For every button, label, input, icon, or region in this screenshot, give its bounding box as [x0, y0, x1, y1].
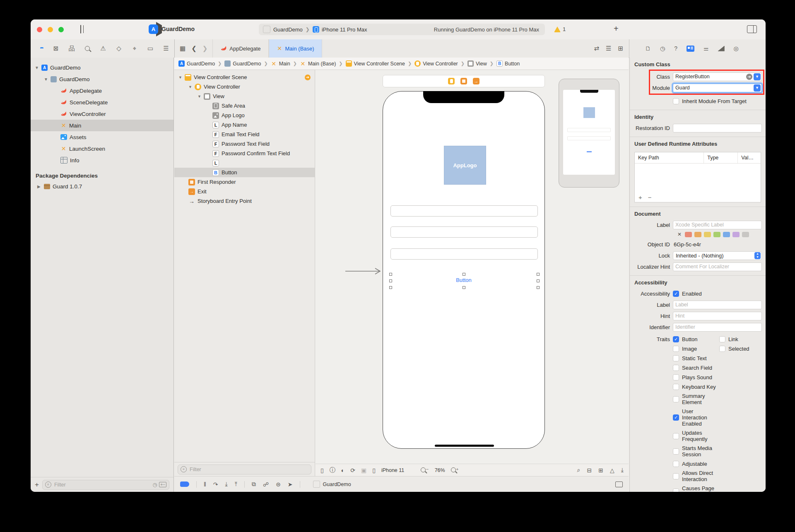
- module-field[interactable]: ▼: [673, 84, 762, 92]
- outline-app-logo[interactable]: App Logo: [174, 111, 315, 120]
- outline-exit[interactable]: Exit: [174, 187, 315, 196]
- runtime-attributes-table[interactable]: Key Path Type Val… + −: [634, 152, 761, 202]
- zoom-out-icon[interactable]: ⁻: [421, 467, 429, 474]
- storyboard-canvas[interactable]: AppLogo Button: [316, 70, 629, 464]
- report-navigator-icon[interactable]: ☰: [162, 45, 170, 52]
- ax-label-input[interactable]: [673, 302, 761, 308]
- trait-search-field-checkbox[interactable]: [673, 365, 679, 371]
- step-into-icon[interactable]: ⤓: [225, 481, 228, 488]
- document-label-input[interactable]: [673, 222, 761, 228]
- outline-empty-label[interactable]: L: [174, 158, 315, 168]
- password-confirm-text-field[interactable]: [390, 248, 538, 260]
- outline-entry-point[interactable]: →Storyboard Entry Point: [174, 196, 315, 206]
- remove-attribute-button[interactable]: −: [648, 194, 652, 201]
- trait-adjustable-checkbox[interactable]: [673, 461, 679, 467]
- nav-item-main[interactable]: ✕Main: [31, 120, 173, 131]
- selection-handle[interactable]: [463, 286, 465, 289]
- lock-stepper-icon[interactable]: ▲▼: [754, 252, 761, 259]
- outline-view-controller[interactable]: ▼View Controller: [174, 82, 315, 91]
- selection-handle[interactable]: [389, 286, 392, 289]
- breadcrumb-scene[interactable]: View Controller Scene: [346, 60, 405, 67]
- debug-navigator-icon[interactable]: ⌖: [131, 45, 138, 52]
- related-items-icon[interactable]: ▦: [180, 45, 186, 52]
- breadcrumb-storyboard[interactable]: ✕Main: [271, 60, 290, 67]
- breadcrumb-project[interactable]: AGuardDemo: [178, 60, 215, 67]
- breakpoint-navigator-icon[interactable]: ▭: [147, 45, 154, 52]
- add-editor-icon[interactable]: ⊞: [618, 45, 623, 52]
- recent-files-icon[interactable]: ◷: [152, 481, 157, 488]
- clear-color-button[interactable]: ✕: [677, 231, 682, 237]
- device-icon[interactable]: ▯: [372, 467, 376, 474]
- size-inspector-icon[interactable]: [718, 46, 725, 51]
- nav-item-appdelegate[interactable]: AppDelegate: [31, 85, 173, 96]
- selection-handle[interactable]: [463, 273, 465, 276]
- environment-overrides-icon[interactable]: ⊜: [276, 481, 281, 488]
- debug-process-selector[interactable]: GuardDemo: [313, 481, 351, 488]
- trait-starts-media-checkbox[interactable]: [673, 448, 679, 455]
- module-dropdown-icon[interactable]: ▼: [754, 84, 761, 91]
- toggle-outline-icon[interactable]: ▯: [320, 467, 324, 474]
- orientation-icon[interactable]: ⟳: [350, 467, 355, 474]
- toggle-navigator-icon[interactable]: [76, 24, 86, 34]
- trait-plays-sound-checkbox[interactable]: [673, 374, 679, 380]
- outline-filter-field[interactable]: ≡: [178, 465, 311, 474]
- zoom-in-icon[interactable]: ⁺: [451, 467, 459, 474]
- localizer-hint-field[interactable]: [673, 262, 762, 271]
- nav-item-assets[interactable]: Assets: [31, 131, 173, 143]
- localizer-hint-input[interactable]: [673, 264, 761, 270]
- nav-item-info[interactable]: Info: [31, 154, 173, 166]
- color-swatch-yellow[interactable]: [704, 232, 711, 237]
- attributes-inspector-icon[interactable]: ⚌: [703, 45, 709, 52]
- selected-button[interactable]: Button: [383, 277, 544, 283]
- selection-handle[interactable]: [537, 286, 540, 289]
- trait-button-checkbox[interactable]: [673, 336, 679, 342]
- class-field[interactable]: ➔ ▼: [673, 72, 762, 81]
- outline-button[interactable]: BButton: [174, 168, 315, 177]
- jump-to-class-icon[interactable]: ➔: [746, 74, 752, 80]
- selection-handle[interactable]: [537, 273, 540, 276]
- file-inspector-icon[interactable]: 🗋: [645, 45, 651, 52]
- close-window-button[interactable]: [37, 27, 42, 32]
- step-out-icon[interactable]: ⤒: [235, 481, 237, 488]
- trait-direct-interaction-checkbox[interactable]: [673, 473, 679, 479]
- color-swatch-blue[interactable]: [723, 232, 730, 237]
- trait-link-checkbox[interactable]: [719, 336, 725, 342]
- trait-summary-element-checkbox[interactable]: [673, 396, 679, 402]
- trait-page-turn-checkbox[interactable]: [673, 489, 679, 492]
- outline-view[interactable]: ▼View: [174, 91, 315, 101]
- module-input[interactable]: [673, 85, 754, 91]
- color-swatch-purple[interactable]: [732, 232, 740, 237]
- add-attribute-button[interactable]: +: [638, 194, 642, 201]
- trait-static-text-checkbox[interactable]: [673, 355, 679, 361]
- color-swatch-green[interactable]: [713, 232, 720, 237]
- history-inspector-icon[interactable]: ◷: [660, 45, 665, 52]
- embed-icon[interactable]: ⤓: [621, 467, 624, 474]
- trait-updates-frequently-checkbox[interactable]: [673, 433, 679, 439]
- breadcrumb-button[interactable]: BButton: [496, 60, 520, 67]
- minimize-window-button[interactable]: [48, 27, 53, 32]
- align-icon[interactable]: ⊟: [587, 467, 592, 474]
- breadcrumb-view[interactable]: View: [467, 60, 487, 67]
- outline-scene[interactable]: ▼View Controller Scene➔: [174, 72, 315, 82]
- minimap-icon[interactable]: ☰: [606, 45, 611, 52]
- tab-main-base[interactable]: ✕ Main (Base): [269, 39, 322, 58]
- stop-run-button[interactable]: [131, 24, 141, 34]
- nav-item-guard-package[interactable]: ▶Guard 1.0.7: [31, 181, 173, 192]
- ax-label-field[interactable]: [673, 301, 762, 309]
- find-navigator-icon[interactable]: [84, 45, 91, 52]
- zoom-level[interactable]: 76%: [435, 467, 445, 473]
- forward-button[interactable]: ❯: [202, 45, 208, 52]
- restoration-id-input[interactable]: [673, 125, 761, 131]
- outline-app-name[interactable]: LApp Name: [174, 120, 315, 130]
- view-controller-dock-icon[interactable]: [448, 78, 455, 84]
- nav-item-viewcontroller[interactable]: ViewController: [31, 108, 173, 120]
- issue-navigator-icon[interactable]: ⚠: [99, 45, 107, 52]
- breadcrumb-view-controller[interactable]: View Controller: [414, 60, 458, 67]
- color-swatch-orange[interactable]: [694, 232, 701, 237]
- exit-dock-icon[interactable]: [473, 78, 479, 84]
- breadcrumb-storyboard-base[interactable]: ✕Main (Base): [300, 60, 336, 67]
- nav-item-group[interactable]: ▼GuardDemo: [31, 73, 173, 85]
- code-review-icon[interactable]: ⇄: [594, 45, 599, 52]
- run-destination[interactable]: iPhone 11 Pro Max: [322, 26, 367, 33]
- restoration-id-field[interactable]: [673, 124, 762, 132]
